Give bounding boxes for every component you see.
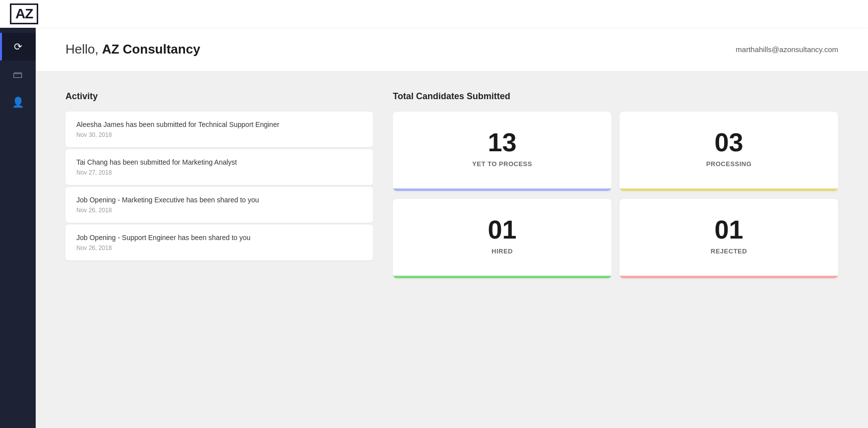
stat-label: REJECTED [711,247,747,255]
sidebar-item-dashboard[interactable]: ⟳ [0,33,36,61]
activity-date: Nov 30, 2018 [76,131,362,138]
activity-date: Nov 27, 2018 [76,169,362,176]
dashboard-content: Activity Aleesha James has been submitte… [36,71,868,298]
greeting: Hello, AZ Consultancy [65,42,200,57]
stat-label: HIRED [492,247,513,255]
activity-item[interactable]: Aleesha James has been submitted for Tec… [65,112,373,147]
stat-card-rejected: 01 REJECTED [620,199,838,278]
user-email: marthahills@azonsultancy.com [736,45,838,54]
top-bar: AZ [0,0,868,28]
company-name: AZ Consultancy [102,42,200,57]
header-section: Hello, AZ Consultancy marthahills@azonsu… [36,28,868,71]
stats-grid: 13 YET TO PROCESS 03 PROCESSING 01 HIRED… [393,112,838,278]
app-body: ⟳ 🗃 👤 Hello, AZ Consultancy marthahills@… [0,28,868,428]
activity-list: Aleesha James has been submitted for Tec… [65,112,373,260]
candidates-icon: 👤 [12,96,24,108]
stat-number: 01 [715,217,744,243]
stats-title: Total Candidates Submitted [393,91,838,102]
activity-item[interactable]: Job Opening - Support Engineer has been … [65,225,373,260]
greeting-prefix: Hello, [65,42,102,57]
sidebar: ⟳ 🗃 👤 [0,28,36,428]
stat-card-processing: 03 PROCESSING [620,112,838,191]
activity-date: Nov 26, 2018 [76,245,362,251]
stat-label: PROCESSING [706,160,752,168]
stat-bar [620,188,838,191]
main-content-area: Hello, AZ Consultancy marthahills@azonsu… [36,28,868,428]
stat-card-yet-to-process: 13 YET TO PROCESS [393,112,612,191]
stat-bar [393,188,612,191]
app-logo: AZ [10,3,38,24]
activity-text: Job Opening - Marketing Executive has be… [76,196,362,204]
activity-section: Activity Aleesha James has been submitte… [65,91,373,278]
activity-text: Tai Chang has been submitted for Marketi… [76,158,362,166]
stat-label: YET TO PROCESS [472,160,532,168]
stats-section: Total Candidates Submitted 13 YET TO PRO… [393,91,838,278]
activity-date: Nov 26, 2018 [76,207,362,214]
stat-number: 03 [715,129,744,155]
activity-item[interactable]: Job Opening - Marketing Executive has be… [65,187,373,223]
sidebar-item-jobs[interactable]: 🗃 [0,61,36,88]
stat-number: 13 [488,129,517,155]
stat-bar [620,276,838,278]
stat-card-hired: 01 HIRED [393,199,612,278]
dashboard-icon: ⟳ [14,41,22,53]
activity-item[interactable]: Tai Chang has been submitted for Marketi… [65,149,373,185]
jobs-icon: 🗃 [13,69,23,80]
stat-bar [393,276,612,278]
sidebar-item-candidates[interactable]: 👤 [0,88,36,116]
activity-title: Activity [65,91,373,102]
stat-number: 01 [488,217,517,243]
activity-text: Aleesha James has been submitted for Tec… [76,121,362,128]
activity-text: Job Opening - Support Engineer has been … [76,234,362,242]
